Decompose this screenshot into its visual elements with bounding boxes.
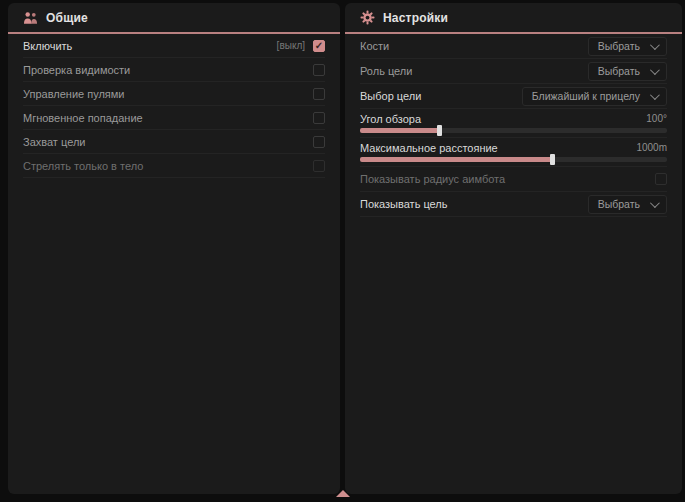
row-enable-checkbox[interactable]: ✓ bbox=[313, 40, 325, 52]
row-body-only-label: Стрелять только в тело bbox=[23, 160, 143, 172]
row-target-lock[interactable]: Захват цели ✓ bbox=[23, 130, 325, 154]
row-bones-label: Кости bbox=[360, 40, 389, 52]
row-fov-value: 100° bbox=[646, 113, 667, 124]
row-instant-hit[interactable]: Мгновенное попадание ✓ bbox=[23, 106, 325, 130]
row-show-radius[interactable]: Показывать радиус аимбота ✓ bbox=[360, 167, 667, 192]
row-max-distance-slider[interactable] bbox=[360, 157, 667, 162]
row-target-lock-label: Захват цели bbox=[23, 136, 85, 148]
chevron-down-icon bbox=[650, 65, 660, 75]
panel-general-title: Общие bbox=[46, 11, 88, 25]
chevron-down-icon bbox=[650, 90, 660, 100]
panel-general-rows: Включить [выкл] ✓ Проверка видимости ✓ У… bbox=[8, 34, 340, 178]
row-target-role: Роль цели Выбрать bbox=[360, 59, 667, 84]
panel-settings-header: Настройки bbox=[345, 3, 682, 32]
row-fov: Угол обзора 100° bbox=[360, 109, 667, 138]
row-fov-label: Угол обзора bbox=[360, 113, 421, 125]
row-bullet-control-checkbox[interactable]: ✓ bbox=[313, 88, 325, 100]
row-enable-keybind: [выкл] bbox=[277, 40, 305, 51]
row-bullet-control-label: Управление пулями bbox=[23, 88, 125, 100]
row-enable[interactable]: Включить [выкл] ✓ bbox=[23, 34, 325, 58]
row-fov-slider-thumb[interactable] bbox=[437, 125, 442, 136]
row-visibility-check[interactable]: Проверка видимости ✓ bbox=[23, 58, 325, 82]
row-max-distance-label: Максимальное расстояние bbox=[360, 142, 498, 154]
row-instant-hit-checkbox[interactable]: ✓ bbox=[313, 112, 325, 124]
row-body-only[interactable]: Стрелять только в тело ✓ bbox=[23, 154, 325, 178]
row-bullet-control[interactable]: Управление пулями ✓ bbox=[23, 82, 325, 106]
row-max-distance-slider-fill bbox=[360, 157, 553, 162]
row-bones: Кости Выбрать bbox=[360, 34, 667, 59]
row-target-select-dropdown[interactable]: Ближайший к прицелу bbox=[522, 87, 667, 106]
chevron-down-icon bbox=[650, 198, 660, 208]
check-icon: ✓ bbox=[315, 41, 323, 51]
row-show-target-label: Показывать цель bbox=[360, 198, 448, 210]
gear-icon bbox=[360, 10, 375, 25]
row-body-only-checkbox[interactable]: ✓ bbox=[313, 160, 325, 172]
row-target-role-dropdown[interactable]: Выбрать bbox=[588, 62, 667, 81]
row-max-distance-value: 1000m bbox=[636, 142, 667, 153]
arrow-up-icon[interactable] bbox=[336, 490, 350, 497]
row-max-distance: Максимальное расстояние 1000m bbox=[360, 138, 667, 167]
row-enable-label: Включить bbox=[23, 40, 72, 52]
panel-general-header: Общие bbox=[8, 3, 340, 32]
row-show-radius-checkbox[interactable]: ✓ bbox=[655, 173, 667, 185]
row-show-radius-label: Показывать радиус аимбота bbox=[360, 173, 505, 185]
panel-settings-rows: Кости Выбрать Роль цели Выбрать Выбор це… bbox=[345, 34, 682, 217]
mod-menu: Общие Включить [выкл] ✓ Проверка видимос… bbox=[0, 0, 685, 502]
panel-settings-title: Настройки bbox=[383, 11, 448, 25]
chevron-down-icon bbox=[650, 40, 660, 50]
row-visibility-check-label: Проверка видимости bbox=[23, 64, 130, 76]
panel-settings: Настройки Кости Выбрать Роль цели Выбрат… bbox=[345, 3, 682, 494]
row-show-target-dropdown[interactable]: Выбрать bbox=[588, 195, 667, 214]
row-visibility-check-checkbox[interactable]: ✓ bbox=[313, 64, 325, 76]
row-show-target: Показывать цель Выбрать bbox=[360, 192, 667, 217]
row-instant-hit-label: Мгновенное попадание bbox=[23, 112, 143, 124]
row-target-select-label: Выбор цели bbox=[360, 90, 421, 102]
row-target-lock-checkbox[interactable]: ✓ bbox=[313, 136, 325, 148]
row-show-target-dropdown-value: Выбрать bbox=[598, 198, 640, 210]
row-target-select: Выбор цели Ближайший к прицелу bbox=[360, 84, 667, 109]
row-max-distance-slider-thumb[interactable] bbox=[550, 154, 555, 165]
row-bones-dropdown-value: Выбрать bbox=[598, 40, 640, 52]
users-icon bbox=[23, 10, 38, 25]
row-target-role-dropdown-value: Выбрать bbox=[598, 65, 640, 77]
row-fov-slider[interactable] bbox=[360, 128, 667, 133]
panel-general: Общие Включить [выкл] ✓ Проверка видимос… bbox=[8, 3, 340, 494]
row-target-role-label: Роль цели bbox=[360, 65, 412, 77]
row-fov-slider-fill bbox=[360, 128, 440, 133]
row-bones-dropdown[interactable]: Выбрать bbox=[588, 37, 667, 56]
row-target-select-dropdown-value: Ближайший к прицелу bbox=[532, 90, 640, 102]
